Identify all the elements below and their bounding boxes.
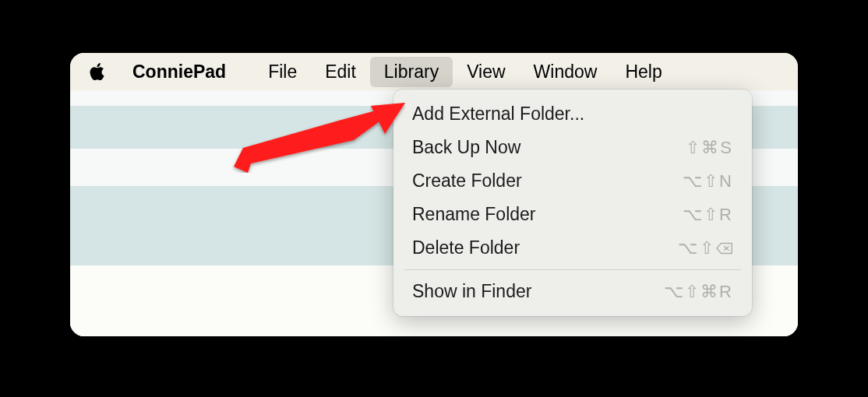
menu-item-back-up-now[interactable]: Back Up Now ⇧⌘S: [393, 131, 752, 164]
menu-item-label: Delete Folder: [412, 237, 520, 258]
menu-item-rename-folder[interactable]: Rename Folder ⌥⇧R: [393, 198, 752, 231]
menu-item-add-external-folder[interactable]: Add External Folder...: [393, 97, 752, 131]
menu-item-shortcut: ⌥⇧⌘R: [664, 282, 733, 302]
menu-separator: [404, 269, 741, 270]
menu-view[interactable]: View: [453, 57, 519, 87]
menu-window[interactable]: Window: [520, 57, 612, 87]
menu-item-label: Add External Folder...: [412, 104, 584, 125]
menu-item-show-in-finder[interactable]: Show in Finder ⌥⇧⌘R: [393, 275, 752, 308]
menu-item-label: Rename Folder: [412, 204, 536, 225]
menu-edit[interactable]: Edit: [311, 57, 370, 87]
menu-item-create-folder[interactable]: Create Folder ⌥⇧N: [393, 164, 752, 198]
menu-item-shortcut: ⌥⇧N: [683, 171, 733, 191]
menu-file[interactable]: File: [254, 57, 311, 87]
library-dropdown-menu: Add External Folder... Back Up Now ⇧⌘S C…: [393, 90, 752, 316]
menubar: ConniePad File Edit Library View Window …: [70, 53, 798, 90]
menu-help[interactable]: Help: [611, 57, 676, 87]
menu-item-label: Back Up Now: [412, 137, 520, 158]
menu-item-delete-folder[interactable]: Delete Folder ⌥⇧: [393, 231, 752, 265]
menu-item-shortcut: ⌥⇧R: [683, 205, 733, 225]
menu-item-label: Show in Finder: [412, 281, 531, 302]
menu-item-shortcut: ⌥⇧: [678, 238, 733, 258]
apple-logo-icon[interactable]: [89, 62, 104, 81]
menu-item-label: Create Folder: [412, 170, 522, 191]
delete-key-icon: [716, 241, 733, 255]
app-name[interactable]: ConniePad: [126, 57, 232, 87]
menu-item-shortcut: ⇧⌘S: [686, 138, 733, 158]
menu-library[interactable]: Library: [370, 57, 453, 87]
